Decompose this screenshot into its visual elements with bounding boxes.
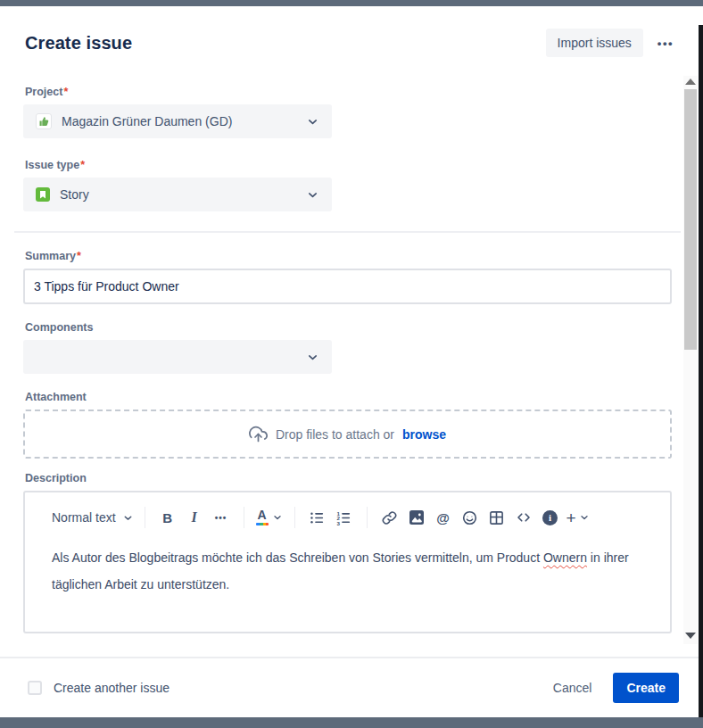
scroll-down-arrow-icon[interactable] — [685, 633, 696, 639]
misspelled-word: Ownern — [543, 550, 587, 565]
bold-button[interactable]: B — [157, 506, 178, 529]
link-button[interactable] — [379, 506, 401, 529]
required-asterisk: * — [80, 159, 85, 171]
upload-cloud-icon — [249, 425, 268, 443]
attachment-field-group: Attachment Drop files to attach or brows… — [23, 390, 672, 459]
cancel-button[interactable]: Cancel — [542, 674, 603, 702]
project-label: Project* — [25, 85, 672, 99]
mention-button[interactable]: @ — [433, 506, 454, 529]
create-another-label: Create another issue — [54, 681, 170, 695]
project-select[interactable]: Magazin Grüner Daumen (GD) — [23, 104, 332, 138]
dialog-header: Create issue Import issues ••• — [0, 6, 699, 76]
section-divider — [14, 231, 681, 233]
create-issue-form: Project* Magazin Grüner Daumen (GD) Issu… — [0, 76, 699, 657]
info-icon: i — [542, 510, 558, 525]
project-avatar-icon — [36, 113, 52, 129]
editor-toolbar: Normal text B I ••• A — [25, 492, 670, 533]
browse-link[interactable]: browse — [402, 427, 446, 442]
insert-table-button[interactable] — [486, 506, 508, 529]
chevron-down-icon — [306, 351, 319, 364]
window-top-edge — [0, 0, 703, 6]
more-formatting-button[interactable]: ••• — [211, 506, 232, 529]
project-field-group: Project* Magazin Grüner Daumen (GD) — [23, 85, 672, 138]
issue-type-label: Issue type* — [25, 158, 672, 172]
code-icon — [516, 509, 532, 525]
chevron-down-icon — [306, 188, 319, 202]
link-icon — [382, 510, 397, 525]
description-content[interactable]: Als Autor des Blogbeitrags möchte ich da… — [25, 533, 670, 609]
issue-type-select-value: Story — [60, 187, 89, 202]
create-button[interactable]: Create — [613, 673, 679, 703]
dialog-footer: Create another issue Cancel Create — [0, 657, 699, 717]
insert-image-button[interactable] — [406, 506, 427, 529]
issue-type-select[interactable]: Story — [23, 178, 332, 211]
bullet-list-button[interactable] — [307, 506, 328, 529]
toolbar-divider — [244, 507, 244, 528]
issue-type-field-group: Issue type* Story — [23, 158, 672, 211]
attachment-dropzone[interactable]: Drop files to attach or browse — [23, 410, 672, 459]
components-field-group: Components — [23, 320, 672, 374]
chevron-down-icon — [122, 512, 134, 524]
emoji-button[interactable] — [459, 506, 481, 529]
insert-more-button[interactable]: + — [567, 506, 590, 529]
window-right-edge — [699, 25, 703, 728]
description-label: Description — [25, 471, 672, 485]
toolbar-divider — [145, 507, 145, 528]
plus-icon: + — [567, 509, 576, 526]
header-actions: Import issues ••• — [546, 29, 679, 57]
dropzone-text: Drop files to attach or — [276, 427, 394, 442]
summary-label: Summary* — [25, 249, 672, 263]
attachment-label: Attachment — [25, 390, 672, 404]
image-icon — [409, 510, 424, 525]
dialog-title: Create issue — [25, 33, 132, 54]
text-style-value: Normal text — [52, 510, 116, 525]
chevron-down-icon — [579, 512, 590, 523]
ellipsis-icon: ••• — [658, 37, 674, 50]
vertical-scrollbar[interactable] — [683, 76, 698, 644]
create-issue-dialog: Create issue Import issues ••• Project* … — [0, 0, 703, 728]
svg-text:3: 3 — [337, 520, 341, 525]
summary-field-group: Summary* — [23, 249, 672, 304]
text-color-icon: A — [256, 509, 269, 525]
emoji-icon — [462, 510, 477, 525]
info-panel-button[interactable]: i — [540, 506, 561, 529]
scrollbar-thumb[interactable] — [684, 89, 697, 350]
more-options-button[interactable]: ••• — [652, 29, 679, 57]
text-color-button[interactable]: A — [256, 506, 283, 529]
required-asterisk: * — [63, 86, 68, 98]
create-another-checkbox[interactable] — [28, 681, 42, 695]
toolbar-divider — [367, 507, 368, 528]
italic-button[interactable]: I — [184, 506, 205, 529]
chevron-down-icon — [272, 512, 283, 523]
table-icon — [489, 510, 504, 525]
import-issues-button[interactable]: Import issues — [546, 29, 643, 57]
chevron-down-icon — [306, 115, 319, 128]
description-text: Als Autor des Blogbeitrags möchte ich da… — [52, 550, 540, 565]
components-select[interactable] — [23, 340, 332, 374]
numbered-list-icon: 123 — [336, 510, 352, 525]
scroll-up-arrow-icon[interactable] — [685, 79, 696, 85]
bullet-list-icon — [310, 510, 325, 525]
text-style-dropdown[interactable]: Normal text — [52, 510, 134, 525]
toolbar-divider — [294, 507, 295, 528]
numbered-list-button[interactable]: 123 — [334, 506, 355, 529]
summary-input[interactable] — [23, 269, 672, 304]
description-editor[interactable]: Normal text B I ••• A — [23, 491, 672, 633]
window-bottom-edge — [0, 717, 703, 728]
story-type-icon — [36, 187, 50, 202]
components-label: Components — [25, 320, 672, 335]
required-asterisk: * — [77, 250, 81, 262]
code-button[interactable] — [513, 506, 534, 529]
project-select-value: Magazin Grüner Daumen (GD) — [62, 114, 232, 128]
description-field-group: Description Normal text B I ••• A — [23, 471, 672, 633]
